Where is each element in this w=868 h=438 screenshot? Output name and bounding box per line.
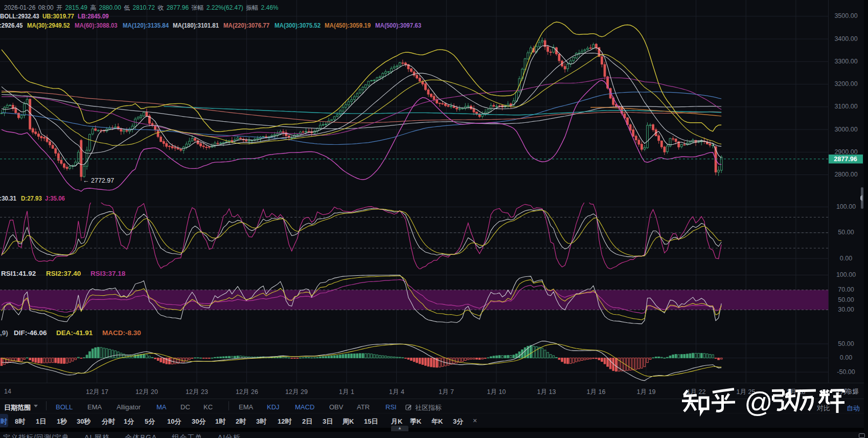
svg-text:2877.96: 2877.96 bbox=[834, 156, 857, 163]
svg-text:@: @ bbox=[744, 386, 773, 418]
svg-text:← 2772.97: ← 2772.97 bbox=[83, 177, 114, 184]
